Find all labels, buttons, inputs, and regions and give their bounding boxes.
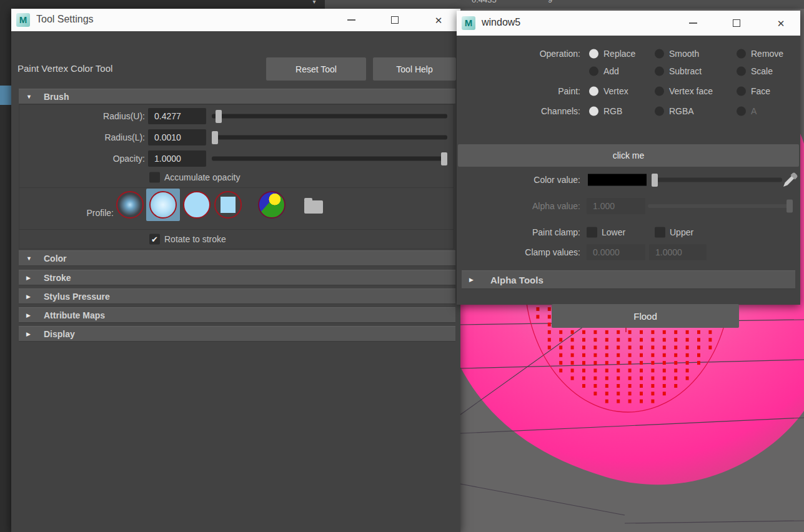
- radio-face[interactable]: [737, 87, 746, 96]
- paint-label: Paint:: [457, 86, 580, 96]
- separator: [19, 187, 454, 188]
- radius-l-input[interactable]: 0.0010: [148, 129, 206, 145]
- flood-button[interactable]: Flood: [552, 304, 739, 328]
- maximize-button[interactable]: [726, 11, 747, 36]
- maya-logo-icon: M: [16, 13, 30, 27]
- radio-remove-label[interactable]: Remove: [751, 49, 783, 59]
- tool-settings-titlebar[interactable]: M Tool Settings ✕: [11, 9, 460, 31]
- section-label: Display: [44, 329, 75, 339]
- clamp-lower-label[interactable]: Lower: [602, 227, 625, 237]
- radius-l-slider[interactable]: [212, 135, 447, 140]
- section-header-attribute-maps[interactable]: ▶ Attribute Maps: [19, 307, 455, 323]
- radius-u-slider[interactable]: [212, 114, 447, 119]
- tool-help-button[interactable]: Tool Help: [373, 57, 456, 81]
- close-button[interactable]: ✕: [770, 11, 792, 36]
- radio-subtract-label[interactable]: Subtract: [669, 66, 702, 76]
- section-header-color[interactable]: ▼ Color: [19, 250, 455, 266]
- color-value-slider[interactable]: [652, 178, 782, 182]
- opacity-slider[interactable]: [212, 157, 447, 161]
- section-label: Brush: [44, 92, 69, 102]
- reset-tool-button[interactable]: Reset Tool: [266, 57, 366, 81]
- eyedropper-icon[interactable]: [782, 172, 798, 188]
- radio-rgba[interactable]: [655, 107, 664, 116]
- radio-alpha-label: A: [751, 106, 757, 116]
- maximize-icon: [733, 19, 740, 27]
- collapsed-arrow-icon: ▶: [26, 293, 31, 300]
- slider-handle[interactable]: [652, 174, 658, 187]
- minimize-button[interactable]: [340, 9, 362, 31]
- close-icon: ✕: [435, 16, 443, 25]
- clipped-value-fragment: 0.4435: [472, 0, 497, 4]
- gaussian-brush-icon[interactable]: [116, 191, 144, 219]
- radio-vertex-face[interactable]: [655, 87, 664, 96]
- radio-add-label[interactable]: Add: [603, 66, 619, 76]
- radio-subtract[interactable]: [655, 67, 664, 76]
- minimize-button[interactable]: [682, 11, 703, 36]
- radio-rgba-label[interactable]: RGBA: [669, 106, 694, 116]
- collapsed-arrow-icon: ▶: [26, 275, 31, 281]
- radio-replace[interactable]: [589, 49, 598, 59]
- radio-smooth-label[interactable]: Smooth: [669, 49, 699, 59]
- clamp-lower-checkbox[interactable]: ✔: [587, 227, 597, 238]
- radio-scale-label[interactable]: Scale: [751, 66, 773, 76]
- radio-rgb-label[interactable]: RGB: [603, 106, 622, 116]
- square-brush-icon[interactable]: [214, 191, 242, 219]
- section-header-stylus-pressure[interactable]: ▶ Stylus Pressure: [19, 288, 455, 304]
- radio-scale[interactable]: [737, 67, 746, 76]
- radio-vertex-face-label[interactable]: Vertex face: [669, 86, 713, 96]
- section-header-alpha-tools[interactable]: ▶ Alpha Tools: [462, 270, 795, 289]
- minimize-icon: [689, 22, 697, 24]
- expanded-arrow-icon: ▼: [26, 94, 32, 100]
- browse-folder-icon[interactable]: [304, 200, 323, 214]
- section-header-brush[interactable]: ▼ Brush: [19, 89, 455, 104]
- alpha-value-input: 1.000: [587, 198, 645, 214]
- collapsed-arrow-icon: ▶: [26, 331, 31, 337]
- maximize-button[interactable]: [384, 9, 405, 31]
- clamp-upper-checkbox[interactable]: ✔: [655, 227, 665, 238]
- radio-vertex-label[interactable]: Vertex: [603, 86, 628, 96]
- solid-brush-icon[interactable]: [183, 191, 211, 219]
- minimize-icon: [347, 19, 355, 21]
- radio-face-label[interactable]: Face: [751, 86, 770, 96]
- window5-titlebar[interactable]: M window5 ✕: [457, 11, 800, 36]
- accumulate-opacity-label: Accumulate opacity: [164, 172, 240, 182]
- clamp-values-label: Clamp values:: [457, 247, 580, 257]
- radio-alpha[interactable]: [737, 107, 746, 116]
- dropdown-caret-icon: ▾: [305, 0, 324, 9]
- radio-add[interactable]: [589, 67, 598, 76]
- clamp-upper-label[interactable]: Upper: [670, 227, 693, 237]
- slider-handle: [787, 200, 793, 213]
- slider-handle[interactable]: [441, 152, 447, 165]
- window-title: Tool Settings: [36, 14, 94, 25]
- section-label: Attribute Maps: [44, 310, 105, 320]
- close-button[interactable]: ✕: [428, 9, 449, 31]
- radio-vertex[interactable]: [589, 87, 598, 96]
- section-header-display[interactable]: ▶ Display: [19, 326, 455, 342]
- clamp-min-input: 0.0000: [587, 244, 645, 260]
- radius-u-input[interactable]: 0.4277: [148, 108, 206, 124]
- channels-label: Channels:: [457, 106, 580, 116]
- radius-l-label: Radius(L):: [11, 132, 145, 142]
- maya-logo-icon: M: [462, 16, 475, 30]
- slider-handle[interactable]: [216, 110, 222, 123]
- image-brush-icon[interactable]: [258, 191, 285, 219]
- clipped-value-fragment: 9: [548, 0, 552, 4]
- slider-handle[interactable]: [212, 131, 218, 144]
- radio-replace-label[interactable]: Replace: [603, 49, 635, 59]
- radio-remove[interactable]: [737, 49, 746, 59]
- color-swatch[interactable]: [588, 174, 647, 186]
- click-me-button[interactable]: click me: [458, 144, 799, 167]
- separator: [19, 229, 454, 230]
- opacity-input[interactable]: 1.0000: [148, 150, 206, 167]
- clamp-max-input: 1.0000: [649, 244, 707, 260]
- accumulate-opacity-checkbox[interactable]: ✔: [149, 172, 160, 183]
- soft-brush-icon[interactable]: [149, 191, 177, 219]
- rotate-to-stroke-checkbox[interactable]: ✔: [149, 234, 160, 245]
- toolbox-active-tool-highlight[interactable]: [0, 86, 11, 105]
- radio-smooth[interactable]: [655, 49, 664, 59]
- tool-settings-body: Paint Vertex Color Tool Reset Tool Tool …: [11, 31, 460, 532]
- profile-label: Profile:: [11, 208, 114, 218]
- window5-body: Operation: Replace Smooth Remove Add Sub…: [457, 36, 800, 305]
- section-header-stroke[interactable]: ▶ Stroke: [19, 270, 455, 285]
- radio-rgb[interactable]: [589, 107, 598, 116]
